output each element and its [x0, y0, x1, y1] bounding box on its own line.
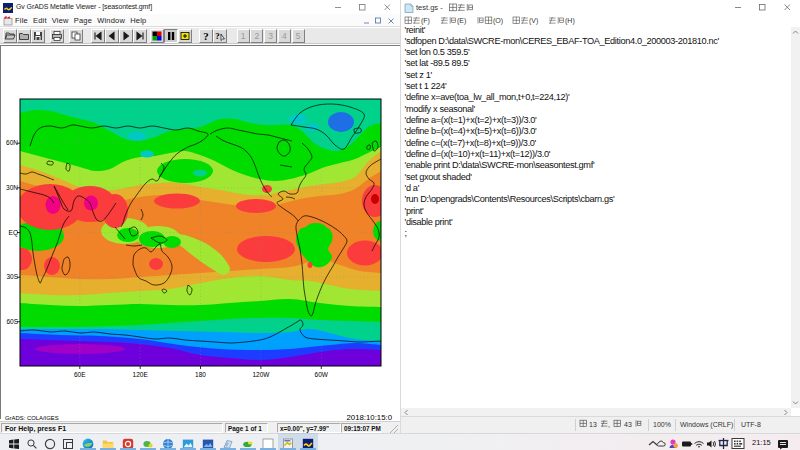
svg-text:120E: 120E [133, 371, 149, 378]
svg-text:180: 180 [195, 371, 206, 378]
svg-text:EQ: EQ [9, 229, 18, 237]
svg-text:60W: 60W [315, 371, 329, 378]
svg-text:60N: 60N [6, 139, 18, 146]
svg-text:30N: 30N [6, 184, 18, 191]
svg-text:120W: 120W [252, 371, 270, 378]
svg-text:60E: 60E [74, 371, 86, 378]
svg-text:60S: 60S [6, 318, 18, 325]
svg-text:30S: 30S [6, 273, 18, 280]
